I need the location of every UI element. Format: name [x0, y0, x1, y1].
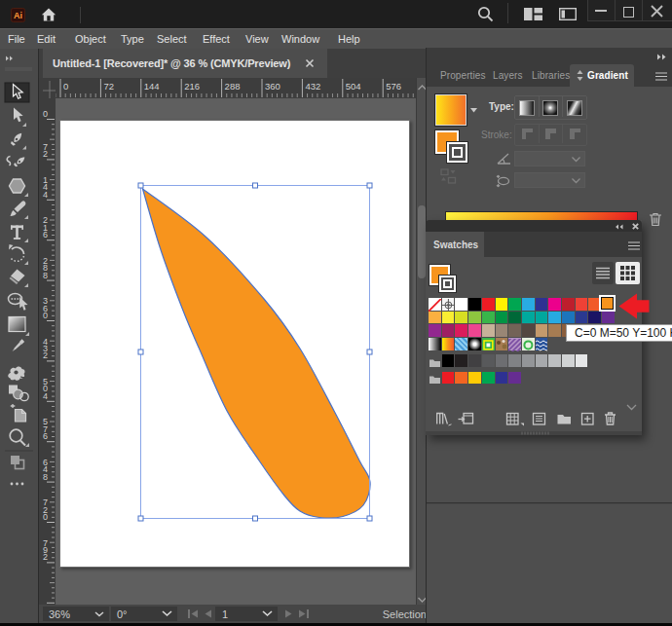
svg-text:0: 0 [43, 311, 48, 320]
svg-text:360: 360 [265, 81, 280, 92]
svg-text:216: 216 [184, 81, 200, 92]
svg-text:72: 72 [103, 81, 114, 92]
svg-text:8: 8 [43, 472, 48, 482]
svg-text:2: 2 [43, 149, 48, 159]
svg-text:4: 4 [43, 190, 48, 200]
svg-text:0: 0 [43, 109, 48, 119]
svg-text:576: 576 [386, 81, 401, 92]
svg-text:2: 2 [43, 552, 48, 562]
svg-text:288: 288 [225, 81, 241, 92]
svg-text:0: 0 [43, 512, 48, 522]
svg-text:6: 6 [43, 431, 48, 441]
svg-text:4: 4 [43, 391, 48, 401]
svg-text:0: 0 [63, 81, 68, 92]
svg-text:432: 432 [305, 81, 320, 92]
svg-text:144: 144 [144, 81, 160, 92]
svg-text:8: 8 [43, 271, 48, 280]
svg-text:2: 2 [43, 350, 48, 360]
svg-text:504: 504 [346, 81, 361, 92]
svg-text:6: 6 [43, 230, 48, 239]
